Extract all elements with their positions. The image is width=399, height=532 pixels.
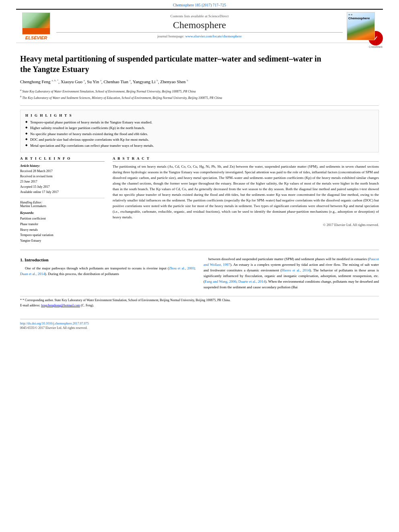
main-content: ✓ CrossMark Heavy metal partitioning of … [0, 43, 399, 312]
keyword-4: Temporo-spatial variation [20, 232, 105, 238]
handling-editor-em: Handling Editor: [20, 201, 42, 204]
highlight-item-3: No specific phase transfer of heavy meta… [25, 131, 374, 137]
highlight-item-2: Higher salinity resulted in larger parti… [25, 125, 374, 131]
keywords-list: Partition coefficient Phase transfer Hea… [20, 216, 105, 243]
elsevier-name: ELSEVIER [25, 35, 47, 40]
sciencedirect-text: Contents lists available at ScienceDirec… [171, 14, 229, 18]
ref-duarte[interactable]: Duarte et al., 2014 [239, 279, 265, 283]
homepage-label-text: journal homepage: [157, 34, 184, 38]
keywords-label: Keywords: [20, 211, 105, 215]
footnote-star: * * Corresponding author. State Key Labo… [20, 298, 379, 302]
chemosphere-logo-box: ≡ ≡ Chemosphere [347, 12, 375, 40]
keyword-2: Phase transfer [20, 222, 105, 227]
article-title: Heavy metal partitioning of suspended pa… [20, 53, 334, 74]
authors-text: Chenghong Feng a, b, *, Xiaoyu Guo a, Su… [20, 79, 188, 84]
footnote-email: E-mail address: fengchenghong@hotmail.co… [20, 303, 379, 308]
authors-line: Chenghong Feng a, b, *, Xiaoyu Guo a, Su… [20, 78, 379, 86]
handling-editor-name: Martine Leermakers [20, 204, 105, 208]
journal-header: ELSEVIER Contents lists available at Sci… [16, 9, 383, 43]
abstract-column: A B S T R A C T The partitioning of ten … [113, 156, 379, 243]
abstract-body: The partitioning of ten heavy metals (As… [113, 164, 379, 219]
footer-doi: http://dx.doi.org/10.1016/j.chemosphere.… [20, 322, 379, 325]
affiliation-a: a State Key Laboratory of Water Environm… [20, 88, 379, 94]
abstract-text: The partitioning of ten heavy metals (As… [113, 164, 379, 220]
footer-issn: 0045-6535/© 2017 Elsevier Ltd. All right… [20, 326, 379, 330]
affiliation-a-text: State Key Laboratory of Water Environmen… [22, 89, 196, 93]
highlight-item-4: DOC and particle size had obvious opposi… [25, 137, 374, 143]
elsevier-logo-image [22, 12, 50, 35]
ref-duan[interactable]: Duan et al., 2014 [20, 272, 45, 276]
journal-title: Chemosphere [56, 20, 343, 31]
highlight-item-5: Metal speciation and Kp correlations can… [25, 143, 374, 149]
elsevier-logo-left: ELSEVIER [20, 12, 52, 40]
affiliation-b: b The Key Laboratory of Water and Sedime… [20, 94, 379, 101]
ref-zhou[interactable]: Zhou et al., 2003 [169, 266, 195, 270]
footer-section: http://dx.doi.org/10.1016/j.chemosphere.… [20, 319, 379, 333]
footnote-section: * * Corresponding author. State Key Labo… [20, 296, 379, 308]
intro-paragraph-right: between dissolved and suspended particul… [204, 257, 379, 290]
copyright-line: © 2017 Elsevier Ltd. All rights reserved… [113, 223, 379, 227]
intro-paragraph-left: One of the major pathways through which … [20, 266, 195, 277]
article-info-column: A R T I C L E I N F O Article history: R… [20, 156, 105, 243]
homepage-url[interactable]: www.elsevier.com/locate/chemosphere [185, 34, 242, 38]
highlights-title: H I G H L I G H T S [25, 113, 374, 117]
body-section: 1. Introduction One of the major pathway… [20, 257, 379, 293]
sciencedirect-label: Contents lists available at ScienceDirec… [56, 14, 343, 18]
intro-text-right: between dissolved and suspended particul… [204, 257, 379, 289]
highlights-section: H I G H L I G H T S Temporo-spatial phas… [20, 110, 379, 153]
rlogo-title-text: Chemosphere [348, 16, 370, 20]
available-date: Available online 17 July 2017 [20, 190, 105, 195]
email-label: E-mail address: [20, 304, 40, 307]
intro-section-title: Introduction [25, 257, 49, 262]
body-col-left: 1. Introduction One of the major pathway… [20, 257, 195, 293]
keyword-3: Heavy metals [20, 227, 105, 233]
affiliation-b-text: The Key Laboratory of Water and Sediment… [22, 96, 222, 100]
received-revised-date: 23 June 2017 [20, 179, 105, 185]
crossmark-label: CrossMark [368, 45, 383, 48]
handling-editor-label: Handling Editor: [20, 201, 105, 204]
keyword-5: Yangtze Estuary [20, 238, 105, 244]
doi-link[interactable]: http://dx.doi.org/10.1016/j.chemosphere.… [20, 322, 89, 325]
history-items: Received 28 March 2017 Received in revis… [20, 169, 105, 195]
ref-hierro[interactable]: Hierro et al., 2014 [282, 268, 310, 272]
history-label: Article history: [20, 164, 105, 168]
intro-heading: 1. Introduction [20, 257, 195, 263]
affiliations: a State Key Laboratory of Water Environm… [20, 88, 379, 101]
highlights-list: Temporo-spatial phase partition of heavy… [25, 120, 374, 149]
homepage-link[interactable]: journal homepage: www.elsevier.com/locat… [56, 34, 343, 38]
article-info-title: A R T I C L E I N F O [20, 156, 105, 162]
rlogo-ref-text: ≡ ≡ [348, 13, 352, 16]
accepted-date: Accepted 15 July 2017 [20, 185, 105, 190]
keyword-1: Partition coefficient [20, 216, 105, 222]
journal-ref-text: Chemosphere 185 (2017) 717–725 [173, 3, 226, 7]
received-date: Received 28 March 2017 [20, 169, 105, 174]
info-abstract-section: A R T I C L E I N F O Article history: R… [20, 156, 379, 243]
received-revised-label: Received in revised form [20, 174, 105, 179]
highlight-item-1: Temporo-spatial phase partition of heavy… [25, 120, 374, 125]
handling-editor-section: Handling Editor: Martine Leermakers [20, 198, 105, 208]
handling-editor-label-text: Handling Editor: [20, 201, 42, 204]
header-center: Contents lists available at ScienceDirec… [56, 14, 343, 38]
ref-paucot[interactable]: Paucot and Wollast, 1997 [204, 257, 379, 267]
email-link[interactable]: fengchenghong@hotmail.com [41, 304, 80, 307]
ref-fang[interactable]: Fang and Wang, 2006 [205, 279, 237, 283]
footnote-star-text: * Corresponding author. State Key Labora… [23, 298, 230, 302]
abstract-title: A B S T R A C T [113, 156, 379, 162]
intro-section-number: 1. [20, 257, 23, 262]
body-col-right: between dissolved and suspended particul… [204, 257, 379, 293]
journal-reference: Chemosphere 185 (2017) 717–725 [0, 0, 399, 9]
intro-text-left: One of the major pathways through which … [20, 266, 195, 276]
journal-logo-right: ≡ ≡ Chemosphere [347, 12, 379, 40]
email-suffix: (C. Feng). [81, 304, 94, 307]
